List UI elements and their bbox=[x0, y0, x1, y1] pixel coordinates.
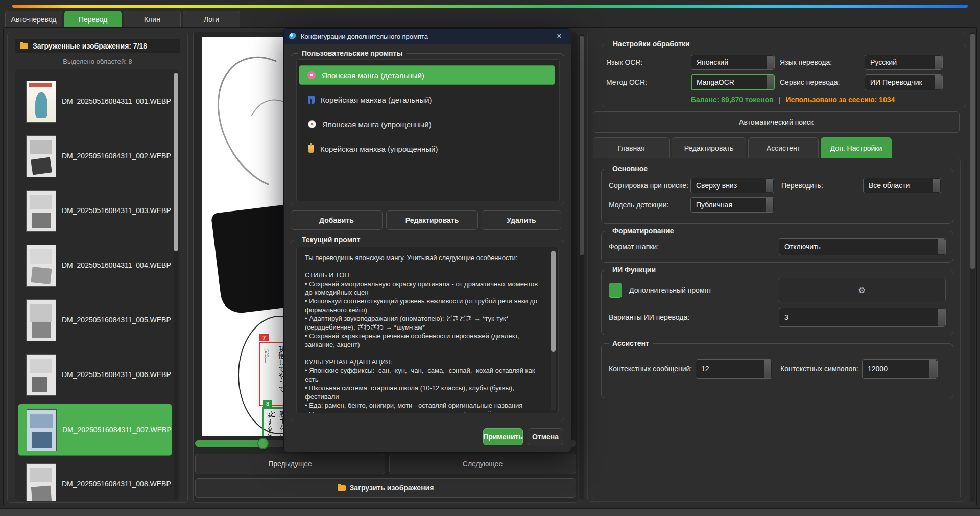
group-title: Настройки обработки bbox=[609, 40, 694, 49]
slider-handle[interactable] bbox=[257, 438, 269, 449]
sort-on-search-value: Сверху вниз bbox=[696, 181, 737, 190]
ai-variants-label: Варианты ИИ перевода: bbox=[609, 313, 779, 321]
filename: DM_20250516084311_007.WEBP bbox=[62, 426, 172, 434]
tab-translate[interactable]: Перевод bbox=[64, 11, 122, 28]
token-balance-line: Баланс: 89,870 токенов|Использовано за с… bbox=[691, 96, 895, 104]
group-title: Текущий промпт bbox=[298, 236, 364, 244]
detection-number: 7 bbox=[259, 334, 269, 341]
thumbnail bbox=[26, 354, 56, 396]
folder-icon bbox=[20, 43, 28, 49]
load-images-button[interactable]: Загрузить изображения bbox=[195, 478, 576, 498]
jeans-icon bbox=[308, 96, 315, 104]
scrollbar-thumb[interactable] bbox=[970, 34, 975, 269]
filename: DM_20250516084311_008.WEBP bbox=[62, 480, 171, 488]
apply-button[interactable]: Применить bbox=[483, 428, 523, 445]
prompt-text: Ты переводишь японскую мангу. Учитывай с… bbox=[297, 247, 547, 413]
translate-scope-select[interactable]: Все области bbox=[863, 178, 941, 193]
additional-prompt-label: Дополнительный промпт bbox=[629, 286, 778, 294]
dialog-title-bar[interactable]: Конфигурации дополнительного промпта bbox=[284, 29, 571, 44]
sort-on-search-select[interactable]: Сверху вниз bbox=[690, 178, 774, 193]
detection-number: 8 bbox=[263, 400, 272, 407]
prompt-config-button[interactable]: ⚙ bbox=[778, 278, 946, 302]
bubble-text-side: をするな bbox=[265, 413, 274, 436]
list-item-selected[interactable]: DM_20250516084311_007.WEBP bbox=[18, 404, 172, 456]
tab-assistant[interactable]: Ассистент bbox=[748, 137, 819, 159]
thumbnail bbox=[26, 135, 56, 177]
list-item[interactable]: DM_20250516084311_006.WEBP bbox=[18, 349, 171, 400]
loaded-images-label: Загруженные изображения: 7/18 bbox=[33, 42, 147, 50]
main-settings-group: Основное Сортировка при поиске: Сверху в… bbox=[601, 169, 953, 224]
apply-label: Применить bbox=[483, 433, 523, 441]
tab-auto-translate[interactable]: Авто-перевод bbox=[5, 11, 62, 28]
scrollbar-thumb[interactable] bbox=[551, 251, 556, 352]
separator: | bbox=[774, 96, 786, 104]
detection-model-value: Публичная bbox=[696, 201, 732, 209]
list-item[interactable]: DM_20250516084311_005.WEBP bbox=[18, 294, 171, 345]
filename: DM_20250516084311_002.WEBP bbox=[62, 152, 171, 160]
ocr-method-select[interactable]: MangaOCR bbox=[691, 74, 775, 90]
app-logo-icon bbox=[289, 33, 297, 40]
header-format-select[interactable]: Отключить bbox=[779, 238, 946, 255]
tab-logs[interactable]: Логи bbox=[183, 11, 240, 28]
main-tab-bar: Авто-перевод Перевод Клин Логи bbox=[5, 11, 240, 28]
right-panel-scrollbar[interactable] bbox=[970, 32, 975, 502]
viewer-scrollbar[interactable] bbox=[579, 34, 584, 500]
translation-language-select[interactable]: Русский bbox=[865, 55, 943, 70]
close-icon[interactable]: × bbox=[554, 31, 565, 42]
add-prompt-button[interactable]: Добавить bbox=[291, 210, 383, 230]
list-item[interactable]: DM_20250516084311_002.WEBP bbox=[18, 130, 171, 181]
translation-service-select[interactable]: ИИ Переводчик bbox=[865, 74, 943, 90]
group-title: Пользовательские промпты bbox=[298, 49, 406, 58]
progress-gradient-bar bbox=[12, 5, 968, 8]
formatting-group: Форматирование Формат шапки: Отключить bbox=[601, 231, 953, 263]
filename: DM_20250516084311_001.WEBP bbox=[62, 97, 171, 105]
processing-settings-group: Настройки обработки Язык OCR: Японский Я… bbox=[602, 44, 966, 107]
assistant-group: Ассистент Контекстных сообщений: 12 Конт… bbox=[601, 343, 953, 398]
ocr-language-select[interactable]: Японский bbox=[691, 55, 775, 70]
settings-panel: Настройки обработки Язык OCR: Японский Я… bbox=[587, 32, 965, 502]
current-prompt-group: Текущий промпт Ты переводишь японскую ма… bbox=[291, 240, 564, 421]
prompt-config-dialog: Конфигурации дополнительного промпта × П… bbox=[283, 28, 571, 452]
app-window: Авто-перевод Перевод Клин Логи Загруженн… bbox=[0, 0, 980, 516]
prompt-item[interactable]: Корейская манхва (детальный) bbox=[300, 90, 552, 109]
scrollbar-thumb[interactable] bbox=[174, 73, 178, 251]
prompt-item-selected[interactable]: Японская манга (детальный) bbox=[299, 65, 555, 85]
context-messages-spinner[interactable]: 12 bbox=[696, 359, 772, 379]
auto-search-button[interactable]: Автоматический поиск bbox=[593, 111, 960, 133]
prompts-list: Японская манга (детальный) Корейская ман… bbox=[296, 59, 560, 201]
tab-clean[interactable]: Клин bbox=[124, 11, 181, 28]
additional-prompt-checkbox[interactable] bbox=[609, 283, 622, 298]
prompt-item-label: Японская манга (упрощенный) bbox=[322, 120, 432, 129]
list-item[interactable]: DM_20250516084311_003.WEBP bbox=[18, 185, 171, 236]
edit-prompt-button[interactable]: Редактировать bbox=[386, 210, 478, 230]
tab-home[interactable]: Главная bbox=[593, 137, 670, 159]
status-bar bbox=[0, 508, 980, 516]
user-prompts-group: Пользовательские промпты Японская манга … bbox=[291, 53, 564, 205]
bubble-text-side: いが― bbox=[262, 348, 270, 363]
list-item[interactable]: DM_20250516084311_001.WEBP bbox=[18, 76, 171, 127]
tab-edit[interactable]: Редактировать bbox=[672, 137, 746, 159]
group-title: Ассистент bbox=[609, 339, 653, 348]
tab-extra-settings[interactable]: Доп. Настройки bbox=[821, 137, 892, 159]
cancel-button[interactable]: Отмена bbox=[528, 428, 563, 445]
scrollbar-thumb[interactable] bbox=[580, 36, 584, 255]
list-item[interactable]: DM_20250516084311_008.WEBP bbox=[18, 458, 171, 501]
prompt-textarea[interactable]: Ты переводишь японскую мангу. Учитывай с… bbox=[296, 247, 559, 413]
group-title: Форматирование bbox=[609, 227, 677, 236]
previous-page-button[interactable]: Предыдущее bbox=[195, 454, 385, 474]
detection-model-select[interactable]: Публичная bbox=[690, 197, 774, 213]
ai-variants-spinner[interactable]: 3 bbox=[779, 308, 946, 327]
prompt-item[interactable]: Японская манга (упрощенный) bbox=[300, 114, 552, 134]
prompt-item[interactable]: Корейская манхва (упрощенный) bbox=[300, 139, 552, 158]
ocr-language-label: Язык OCR: bbox=[606, 58, 691, 66]
images-list-scrollbar[interactable] bbox=[174, 72, 178, 499]
thumbnail bbox=[26, 190, 56, 232]
list-item[interactable]: DM_20250516084311_004.WEBP bbox=[18, 240, 171, 291]
ocr-method-value: MangaOCR bbox=[697, 78, 734, 86]
delete-prompt-button[interactable]: Удалить bbox=[482, 210, 561, 230]
ocr-method-label: Метод OCR: bbox=[606, 78, 691, 86]
prompt-scrollbar[interactable] bbox=[551, 250, 556, 410]
context-symbols-spinner[interactable]: 12000 bbox=[862, 359, 938, 379]
slider-fill bbox=[195, 440, 262, 447]
next-page-button[interactable]: Следующее bbox=[389, 454, 576, 474]
